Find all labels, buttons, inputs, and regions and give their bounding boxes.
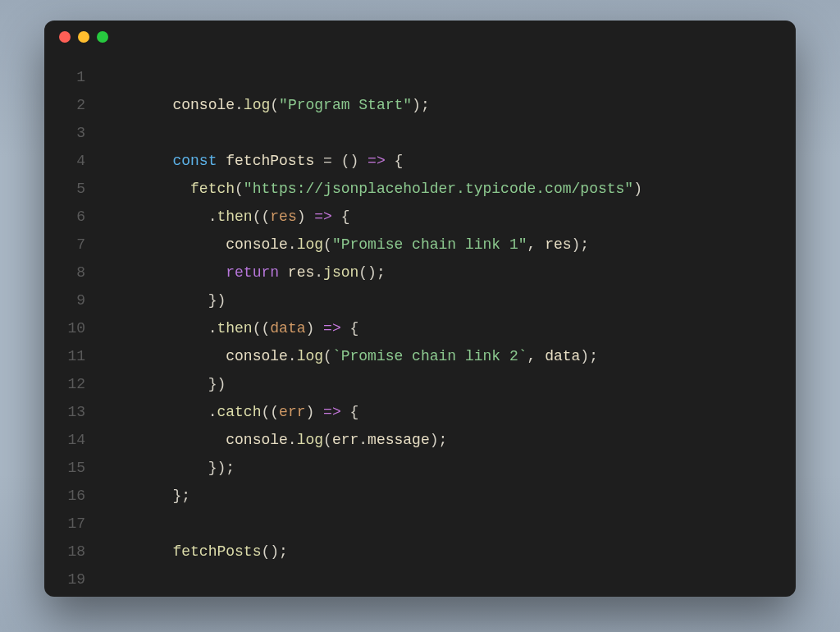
line-number: 15 [44, 454, 102, 482]
line-number: 1 [44, 63, 102, 91]
line-number: 13 [44, 398, 102, 426]
code-line: 15 }; [44, 454, 796, 482]
code-line: 5 .then((res) => { [44, 175, 796, 203]
line-number: 5 [44, 175, 102, 203]
code-line: 7 return res.json(); [44, 231, 796, 259]
line-number: 11 [44, 342, 102, 370]
code-line: 14 }); [44, 426, 796, 454]
code-window: 1 console.log("Program Start"); 2 3 cons… [44, 21, 796, 597]
code-line: 9 .then((data) => { [44, 286, 796, 314]
code-line: 1 console.log("Program Start"); [44, 63, 796, 91]
minimize-icon[interactable] [78, 31, 89, 43]
close-icon[interactable] [59, 31, 71, 43]
code-line: 3 const fetchPosts = () => { [44, 119, 796, 147]
code-line: 17 fetchPosts(); [44, 510, 796, 538]
line-number: 2 [44, 91, 102, 119]
code-line: 13 console.log(err.message); [44, 398, 796, 426]
zoom-icon[interactable] [97, 31, 108, 43]
line-number: 3 [44, 119, 102, 147]
line-number: 9 [44, 286, 102, 314]
line-number: 4 [44, 147, 102, 175]
code-content: console.log("Program End"); [102, 566, 796, 597]
line-number: 14 [44, 426, 102, 454]
line-number: 19 [44, 566, 102, 593]
line-number: 12 [44, 370, 102, 398]
line-number: 16 [44, 482, 102, 510]
line-number: 7 [44, 231, 102, 259]
code-line: 4 fetch("https://jsonplaceholder.typicod… [44, 147, 796, 175]
line-number: 6 [44, 203, 102, 231]
code-line: 6 console.log("Promise chain link 1", re… [44, 203, 796, 231]
code-line: 8 }) [44, 259, 796, 286]
code-line: 10 console.log(`Promise chain link 2`, d… [44, 314, 796, 342]
code-line: 11 }) [44, 342, 796, 370]
code-line: 19 console.log("Program End"); [44, 566, 796, 593]
code-line: 12 .catch((err) => { [44, 370, 796, 398]
window-titlebar [44, 21, 796, 53]
line-number: 17 [44, 510, 102, 538]
line-number: 18 [44, 538, 102, 566]
code-editor: 1 console.log("Program Start"); 2 3 cons… [44, 53, 796, 593]
line-number: 8 [44, 259, 102, 286]
line-number: 10 [44, 314, 102, 342]
